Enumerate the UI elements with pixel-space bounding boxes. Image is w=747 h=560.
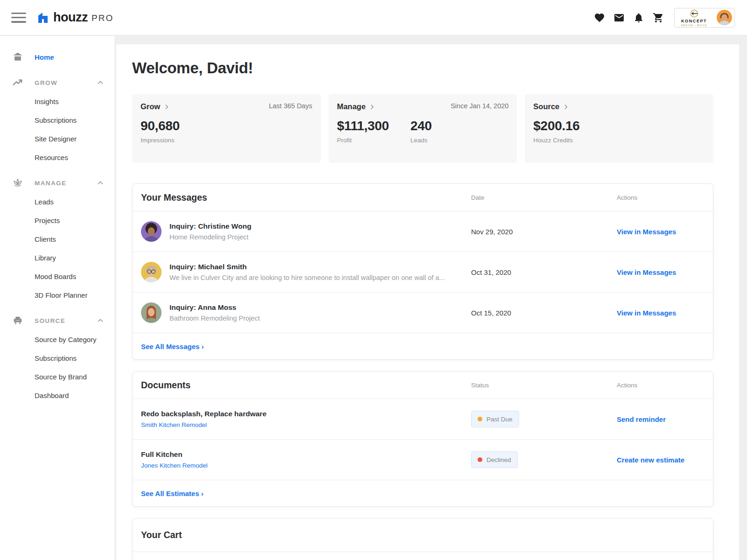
brand-suffix: PRO [92,13,113,23]
stat-leads: 240 Leads [410,119,432,144]
sidebar-item-insights[interactable]: Insights [0,92,114,111]
sidebar-item-home[interactable]: Home [0,48,114,66]
document-row[interactable]: Full Kitchen Jones Kitchen Remodel Decli… [133,439,713,480]
sidebar-item-clients[interactable]: Clients [0,230,114,248]
section-label-manage: MANAGE [35,180,66,187]
sidebar-section-source[interactable]: SOURCE [0,311,114,330]
brand-word: houzz [53,10,88,25]
main-panel: Welcome, David! Grow Last 365 Days [116,44,739,560]
sidebar-item-source-by-brand[interactable]: Source by Brand [0,367,114,386]
notifications-bell-icon[interactable] [633,12,644,23]
message-subtitle: Home Remodeling Project [169,233,251,241]
stat-label: Impressions [141,137,180,144]
view-in-messages-link[interactable]: View in Messages [617,309,676,317]
sidebar-item-mood-boards[interactable]: Mood Boards [0,267,114,286]
message-date: Oct 15, 2020 [471,309,617,317]
source-card-title: Source [533,102,559,111]
avatar-michael [141,262,162,282]
cart-card: Your Cart [132,518,713,560]
trending-up-icon [13,77,23,88]
hamburger-menu-icon[interactable] [11,13,26,23]
chevron-up-icon[interactable] [96,316,105,325]
user-avatar [717,10,732,25]
account-switcher[interactable]: KONCEPT DESIGN • BUILD [674,8,735,28]
sidebar-item-projects[interactable]: Projects [0,211,114,230]
sidebar-item-source-by-category[interactable]: Source by Category [0,330,114,349]
sidebar-item-dashboard[interactable]: Dashboard [0,386,114,405]
houzz-house-icon [36,11,49,24]
section-label-grow: GROW [35,79,57,86]
message-row[interactable]: Inquiry: Christine Wong Home Remodeling … [133,211,713,252]
sidebar-home-label: Home [35,53,54,61]
sidebar-item-source-subscriptions[interactable]: Subscriptions [0,349,114,367]
column-header-date: Date [471,194,617,201]
stat-value: 90,680 [141,119,180,133]
sidebar-item-leads[interactable]: Leads [0,192,114,211]
view-in-messages-link[interactable]: View in Messages [617,268,676,276]
message-row[interactable]: Inquiry: Michael Smith We live in Culver… [133,252,713,292]
status-dot-icon [478,417,482,421]
sidebar: Home GROW Insights Subscriptions Site De… [0,36,114,560]
documents-card-title: Documents [141,380,471,391]
sidebar-section-grow[interactable]: GROW [0,73,114,92]
sidebar-section-manage[interactable]: MANAGE [0,174,114,192]
avatar-christine [141,221,162,242]
favorites-heart-icon[interactable] [594,12,605,23]
chevron-up-icon[interactable] [96,78,105,87]
grow-card-title: Grow [141,102,160,111]
create-new-estimate-link[interactable]: Create new estimate [617,456,684,464]
project-link[interactable]: Jones Kitchen Remodel [141,462,208,469]
chevron-right-icon [163,104,170,110]
message-row[interactable]: Inquiry: Anna Moss Bathroom Remodeling P… [133,292,713,333]
status-badge-past-due: Past Due [471,411,519,427]
sidebar-item-site-designer[interactable]: Site Designer [0,129,114,148]
company-name: KONCEPT [681,19,707,23]
message-date: Oct 31, 2020 [471,268,617,276]
column-header-actions: Actions [617,382,705,389]
sidebar-item-resources[interactable]: Resources [0,148,114,167]
manage-card-link[interactable]: Manage [337,102,375,111]
chevron-up-icon[interactable] [96,179,105,187]
message-subtitle: Bathroom Remodeling Project [169,315,260,322]
project-link[interactable]: Smith Kitchen Remodel [141,421,207,428]
houzz-pro-logo[interactable]: houzz PRO [36,10,113,25]
top-bar: houzz PRO KONCEPT [0,0,747,35]
stat-card-source: Source $200.16 Houzz Credits [525,94,713,163]
message-date: Nov 29, 2020 [471,228,617,236]
status-label: Past Due [486,416,513,423]
stat-cards: Grow Last 365 Days 90,680 Impressions [132,94,713,163]
houzz-pro-dashboard: houzz PRO KONCEPT [0,0,747,560]
stat-label: Profit [337,137,389,144]
message-title: Inquiry: Christine Wong [169,222,251,231]
message-title: Inquiry: Michael Smith [169,263,445,271]
company-tagline: DESIGN • BUILD [681,24,707,27]
document-title: Redo backsplash, Replace hardware [141,410,471,418]
sidebar-item-library[interactable]: Library [0,248,114,267]
status-badge-declined: Declined [471,451,518,468]
source-card-link[interactable]: Source [533,102,569,111]
avatar-anna [141,302,162,323]
message-subtitle: We live in Culver City and are looking t… [169,274,445,281]
stat-profit: $111,300 Profit [337,119,389,144]
documents-card: Documents Status Actions Redo backsplash… [132,371,713,507]
sidebar-item-subscriptions[interactable]: Subscriptions [0,111,114,129]
company-logo: KONCEPT DESIGN • BUILD [681,9,707,27]
view-in-messages-link[interactable]: View in Messages [617,228,676,236]
cart-icon[interactable] [653,12,664,23]
see-all-messages-link[interactable]: See All Messages › [141,343,204,350]
document-row[interactable]: Redo backsplash, Replace hardware Smith … [133,399,713,439]
stat-houzz-credits: $200.16 Houzz Credits [533,119,579,144]
stat-label: Houzz Credits [533,137,579,144]
messages-mail-icon[interactable] [613,12,625,23]
see-all-estimates-link[interactable]: See All Estimates › [141,490,204,497]
header-actions: KONCEPT DESIGN • BUILD [585,8,735,28]
chevron-right-icon [563,104,569,110]
chevron-right-icon [369,104,375,110]
column-header-actions: Actions [617,194,705,201]
grow-card-link[interactable]: Grow [141,102,170,111]
sidebar-item-3d-floor-planner[interactable]: 3D Floor Planner [0,286,114,304]
send-reminder-link[interactable]: Send reminder [617,415,666,423]
status-dot-icon [478,457,482,462]
home-icon [13,52,23,62]
stat-card-grow: Grow Last 365 Days 90,680 Impressions [132,94,321,163]
